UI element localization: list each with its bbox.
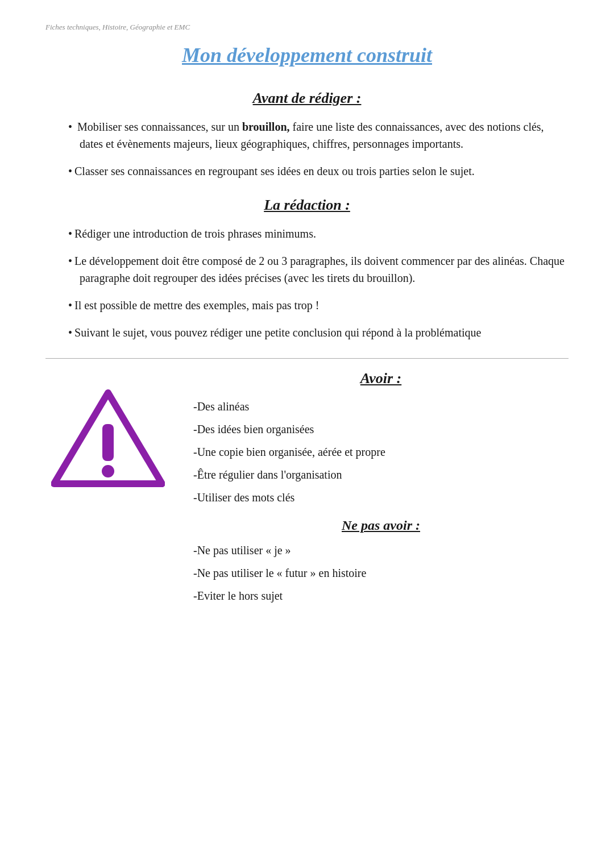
main-title: Mon développement construit (45, 43, 569, 67)
redaction-item-4: Suivant le sujet, vous pouvez rédiger un… (68, 324, 569, 341)
svg-rect-1 (102, 424, 114, 461)
svg-point-2 (102, 465, 114, 477)
ne-pas-avoir-title: Ne pas avoir : (193, 518, 569, 533)
section-divider (45, 358, 569, 359)
redaction-item-1: Rédiger une introduction de trois phrase… (68, 225, 569, 242)
ne-pas-item-1: -Ne pas utiliser « je » (193, 541, 569, 559)
redaction-title: La rédaction : (45, 197, 569, 214)
avoir-title: Avoir : (193, 370, 569, 387)
ne-pas-item-3: -Eviter le hors sujet (193, 587, 569, 605)
right-content: Avoir : -Des alinéas -Des idées bien org… (193, 370, 569, 609)
page-subtitle: Fiches techniques, Histoire, Géographie … (45, 23, 569, 32)
bottom-section: Avoir : -Des alinéas -Des idées bien org… (45, 370, 569, 609)
avant-item-1-before: Mobiliser ses connaissances, sur un (77, 121, 242, 133)
warning-icon-container (45, 387, 171, 489)
redaction-item-3: Il est possible de mettre des exemples, … (68, 297, 569, 314)
avant-section: Avant de rédiger : Mobiliser ses connais… (45, 90, 569, 180)
avant-item-1-bold: brouillon, (242, 121, 290, 133)
avoir-item-3: -Une copie bien organisée, aérée et prop… (193, 443, 569, 461)
ne-pas-item-2: -Ne pas utiliser le « futur » en histoir… (193, 564, 569, 582)
avoir-item-1: -Des alinéas (193, 397, 569, 416)
avant-item-2: Classer ses connaissances en regroupant … (68, 163, 569, 180)
warning-triangle-icon (51, 387, 165, 489)
avoir-item-5: -Utiliser des mots clés (193, 488, 569, 506)
avoir-item-2: -Des idées bien organisées (193, 420, 569, 438)
redaction-section: La rédaction : Rédiger une introduction … (45, 197, 569, 341)
avant-item-1: Mobiliser ses connaissances, sur un brou… (68, 118, 569, 152)
avant-title: Avant de rédiger : (45, 90, 569, 107)
redaction-item-2: Le développement doit être composé de 2 … (68, 252, 569, 286)
avoir-item-4: -Être régulier dans l'organisation (193, 466, 569, 484)
